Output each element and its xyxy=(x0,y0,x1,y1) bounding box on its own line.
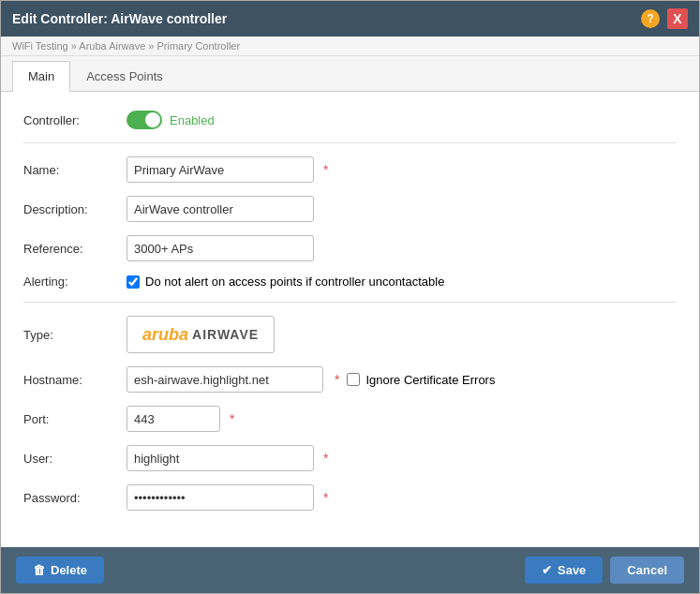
aruba-logo-box: aruba AIRWAVE xyxy=(127,316,275,353)
password-input[interactable] xyxy=(127,484,314,511)
reference-label: Reference: xyxy=(23,242,127,256)
cancel-label: Cancel xyxy=(627,563,667,577)
hostname-required: * xyxy=(335,372,339,387)
description-label: Description: xyxy=(23,202,127,216)
port-required: * xyxy=(230,411,234,426)
user-field-container: * xyxy=(127,445,328,471)
hostname-row: Hostname: * Ignore Certificate Errors xyxy=(23,366,677,393)
description-field-container xyxy=(127,196,314,222)
modal-title: Edit Controller: AirWave controller xyxy=(12,11,227,26)
controller-status: Enabled xyxy=(170,113,215,127)
tab-access-points[interactable]: Access Points xyxy=(70,61,179,91)
breadcrumb: WiFi Testing » Aruba Airwave » Primary C… xyxy=(1,37,699,56)
modal-container: Edit Controller: AirWave controller ? X … xyxy=(0,0,700,594)
hostname-input[interactable] xyxy=(127,366,323,393)
airwave-logo-text: AIRWAVE xyxy=(192,327,259,342)
user-row: User: * xyxy=(23,445,677,471)
user-label: User: xyxy=(23,452,127,466)
header-actions: ? X xyxy=(641,8,688,29)
name-required: * xyxy=(323,162,328,177)
password-required: * xyxy=(323,490,328,505)
modal-header: Edit Controller: AirWave controller ? X xyxy=(1,1,699,37)
hostname-label: Hostname: xyxy=(23,373,127,387)
user-required: * xyxy=(323,451,328,466)
password-field-container: * xyxy=(127,484,328,511)
reference-input[interactable] xyxy=(127,235,314,261)
aruba-logo-text: aruba xyxy=(142,325,188,345)
help-icon[interactable]: ? xyxy=(641,9,660,28)
password-label: Password: xyxy=(23,491,127,505)
port-label: Port: xyxy=(23,412,127,426)
description-row: Description: xyxy=(23,196,677,222)
trash-icon: 🗑 xyxy=(33,563,45,577)
modal-footer: 🗑 Delete ✔ Save Cancel xyxy=(1,547,699,593)
ignore-cert-container: Ignore Certificate Errors xyxy=(347,373,495,387)
divider-1 xyxy=(23,142,677,143)
tab-bar: Main Access Points xyxy=(1,56,699,92)
user-input[interactable] xyxy=(127,445,314,471)
controller-toggle-container: Enabled xyxy=(127,111,215,129)
modal-body: Controller: Enabled Name: * Description:… xyxy=(1,92,699,547)
port-field-container: * xyxy=(127,406,234,432)
description-input[interactable] xyxy=(127,196,314,222)
hostname-field-container: * Ignore Certificate Errors xyxy=(127,366,495,393)
reference-field-container xyxy=(127,235,314,261)
tab-main[interactable]: Main xyxy=(12,61,70,92)
name-label: Name: xyxy=(23,163,127,177)
name-input[interactable] xyxy=(127,156,314,183)
controller-row: Controller: Enabled xyxy=(23,111,677,129)
type-label: Type: xyxy=(23,328,127,342)
footer-right-actions: ✔ Save Cancel xyxy=(525,557,684,584)
password-row: Password: * xyxy=(23,484,677,511)
cancel-button[interactable]: Cancel xyxy=(610,557,684,584)
close-button[interactable]: X xyxy=(667,8,688,29)
controller-toggle[interactable] xyxy=(127,111,162,129)
port-input[interactable] xyxy=(127,406,220,432)
alerting-row: Alerting: Do not alert on access points … xyxy=(23,275,677,289)
name-row: Name: * xyxy=(23,156,677,183)
delete-label: Delete xyxy=(51,563,87,577)
divider-2 xyxy=(23,302,677,303)
alerting-text: Do not alert on access points if control… xyxy=(145,275,444,289)
alerting-label: Alerting: xyxy=(23,275,127,289)
alerting-checkbox[interactable] xyxy=(127,275,140,289)
breadcrumb-text: WiFi Testing » Aruba Airwave » Primary C… xyxy=(12,40,240,52)
alerting-checkbox-container: Do not alert on access points if control… xyxy=(127,275,444,289)
port-row: Port: * xyxy=(23,406,677,432)
ignore-cert-label: Ignore Certificate Errors xyxy=(365,373,495,387)
type-row: Type: aruba AIRWAVE xyxy=(23,316,677,353)
reference-row: Reference: xyxy=(23,235,677,261)
save-button[interactable]: ✔ Save xyxy=(525,557,603,584)
controller-label: Controller: xyxy=(23,113,127,127)
delete-button[interactable]: 🗑 Delete xyxy=(16,557,104,584)
check-icon: ✔ xyxy=(542,563,552,577)
name-field-container: * xyxy=(127,156,328,183)
save-label: Save xyxy=(558,563,586,577)
ignore-cert-checkbox[interactable] xyxy=(347,373,360,386)
